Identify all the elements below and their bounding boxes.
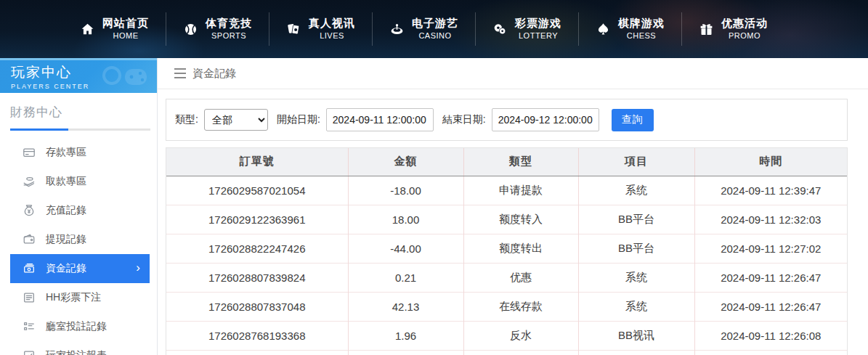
nav-item-promo[interactable]: 优惠活动PROMO — [681, 0, 784, 58]
type-label: 類型: — [175, 113, 198, 126]
nav-item-home[interactable]: 网站首页HOME — [62, 0, 166, 58]
sidebar-item-label: 存款專區 — [46, 146, 86, 159]
table-cell — [463, 350, 578, 355]
table-row-partial — [166, 350, 847, 355]
table-row: 1726028822247426-44.00额度转出BB平台2024-09-11… — [166, 234, 847, 263]
moneybag-icon — [23, 204, 36, 217]
table-cell: 在线存款 — [463, 292, 578, 321]
nav-label-zh: 棋牌游戏 — [618, 17, 665, 30]
nav-label-en: CASINO — [418, 31, 451, 41]
nav-label-zh: 真人视讯 — [309, 17, 355, 30]
sidebar-item-label: 取款專區 — [46, 175, 86, 188]
table-cell: 额度转入 — [463, 205, 578, 234]
nav-item-sports[interactable]: 体育竞技SPORTS — [166, 0, 269, 58]
type-select[interactable]: 全部 — [204, 109, 268, 131]
nav-label-en: PROMO — [729, 31, 760, 41]
spade-icon — [595, 21, 611, 37]
withdraw-hand-icon — [23, 175, 36, 188]
search-button[interactable]: 查詢 — [612, 109, 654, 131]
nav-label-en: LIVES — [320, 31, 344, 41]
content-inner: 類型: 全部 開始日期: 結束日期: 查詢 訂單號金額類型項目時間 172602… — [158, 89, 868, 355]
page-title: 資金記錄 — [192, 67, 236, 81]
table-cell: 1726029587021054 — [166, 176, 348, 205]
table-cell: 2024-09-11 12:26:47 — [694, 263, 847, 292]
table-cell — [348, 350, 463, 355]
nav-item-lottery[interactable]: 彩票游戏LOTTERY — [475, 0, 578, 58]
table-row: 172602912236396118.00额度转入BB平台2024-09-11 … — [166, 205, 847, 234]
table-cell: -44.00 — [348, 234, 463, 263]
breadcrumb: 資金記錄 — [158, 58, 868, 89]
sidebar-item-取款專區[interactable]: 取款專區 — [10, 167, 150, 196]
table-cell: -18.00 — [348, 176, 463, 205]
table-cell — [166, 350, 348, 355]
table-cell: 系统 — [578, 292, 694, 321]
column-header: 項目 — [578, 148, 694, 176]
table-cell: 申请提款 — [463, 176, 578, 205]
sidebar: 玩家中心 PLAYERS CENTER 財務中心 存款專區取款專區充值記錄提現記… — [0, 58, 158, 355]
nav-label-en: LOTTERY — [519, 31, 558, 41]
sidebar-item-提現記錄[interactable]: 提現記錄 — [10, 225, 150, 254]
finance-section: 財務中心 — [0, 93, 157, 131]
table-cell: 2024-09-11 12:39:47 — [694, 176, 847, 205]
funds-record-table: 訂單號金額類型項目時間 1726029587021054-18.00申请提款系统… — [166, 147, 848, 355]
table-cell — [578, 350, 694, 355]
hamburger-menu-icon[interactable] — [174, 68, 186, 78]
nav-label-en: HOME — [113, 31, 139, 41]
lottery-balls-icon — [492, 21, 508, 37]
start-date-label: 開始日期: — [277, 113, 320, 126]
sidebar-item-label: 玩家投注報表 — [46, 349, 107, 355]
filter-bar: 類型: 全部 開始日期: 結束日期: 查詢 — [166, 99, 848, 141]
column-header: 時間 — [694, 148, 847, 176]
table-row: 17260288078398240.21优惠系统2024-09-11 12:26… — [166, 263, 847, 292]
nav-label-en: SPORTS — [211, 31, 246, 41]
table-cell: 1726028822247426 — [166, 234, 348, 263]
players-center-subtitle: PLAYERS CENTER — [11, 83, 157, 90]
table-cell: 2024-09-11 12:27:02 — [694, 234, 847, 263]
table-cell: 反水 — [463, 321, 578, 350]
sidebar-header: 玩家中心 PLAYERS CENTER — [0, 58, 157, 93]
table-row: 1726029587021054-18.00申请提款系统2024-09-11 1… — [166, 176, 847, 205]
sidebar-item-HH彩票下注[interactable]: HH彩票下注 — [10, 283, 150, 312]
table-cell: 1.96 — [348, 321, 463, 350]
table-header-row: 訂單號金額類型項目時間 — [166, 148, 847, 176]
nav-label-en: CHESS — [627, 31, 656, 41]
nav-label-zh: 彩票游戏 — [515, 17, 561, 30]
sidebar-item-玩家投注報表[interactable]: 玩家投注報表 — [10, 341, 150, 355]
end-date-input[interactable] — [492, 108, 599, 131]
table-cell: BB平台 — [578, 205, 694, 234]
deposit-card-icon — [23, 146, 36, 159]
table-cell: BB平台 — [578, 234, 694, 263]
table-cell: 额度转出 — [463, 234, 578, 263]
table-cell: 1726029122363961 — [166, 205, 348, 234]
table-cell: 0.21 — [348, 263, 463, 292]
finance-center-title: 財務中心 — [10, 104, 157, 128]
report-icon — [23, 349, 36, 355]
live-cards-icon — [285, 21, 301, 37]
table-cell: 2024-09-11 12:26:47 — [694, 292, 847, 321]
sidebar-item-充值記錄[interactable]: 充值記錄 — [10, 196, 150, 225]
nav-item-chess[interactable]: 棋牌游戏CHESS — [578, 0, 681, 58]
nav-item-casino[interactable]: 电子游艺CASINO — [372, 0, 475, 58]
sidebar-item-label: HH彩票下注 — [46, 291, 101, 304]
sports-ball-icon — [182, 21, 198, 37]
sidebar-item-label: 提現記錄 — [46, 233, 86, 246]
top-nav: 网站首页HOME体育竞技SPORTS真人视讯LIVES电子游艺CASINO彩票游… — [0, 0, 868, 58]
table-cell: 42.13 — [348, 292, 463, 321]
table-cell: 1726028807839824 — [166, 263, 348, 292]
sidebar-item-廳室投註記錄[interactable]: 廳室投註記錄 — [10, 312, 150, 341]
page-layout: 玩家中心 PLAYERS CENTER 財務中心 存款專區取款專區充值記錄提現記… — [0, 58, 868, 355]
nav-item-lives[interactable]: 真人视讯LIVES — [269, 0, 372, 58]
sidebar-item-存款專區[interactable]: 存款專區 — [10, 138, 150, 167]
sidebar-item-資金記錄[interactable]: 資金記錄› — [10, 254, 150, 283]
table-cell: 优惠 — [463, 263, 578, 292]
gift-icon — [698, 21, 714, 37]
table-cell: 2024-09-11 12:26:08 — [694, 321, 847, 350]
start-date-input[interactable] — [326, 108, 434, 131]
table-cell: 18.00 — [348, 205, 463, 234]
table-cell: 系统 — [578, 263, 694, 292]
main-content: 資金記錄 類型: 全部 開始日期: 結束日期: 查詢 訂單號金額類型項 — [158, 58, 868, 355]
wallet-icon — [23, 233, 36, 246]
column-header: 類型 — [463, 148, 578, 176]
checklist-icon — [23, 320, 36, 333]
column-header: 金額 — [348, 148, 463, 176]
